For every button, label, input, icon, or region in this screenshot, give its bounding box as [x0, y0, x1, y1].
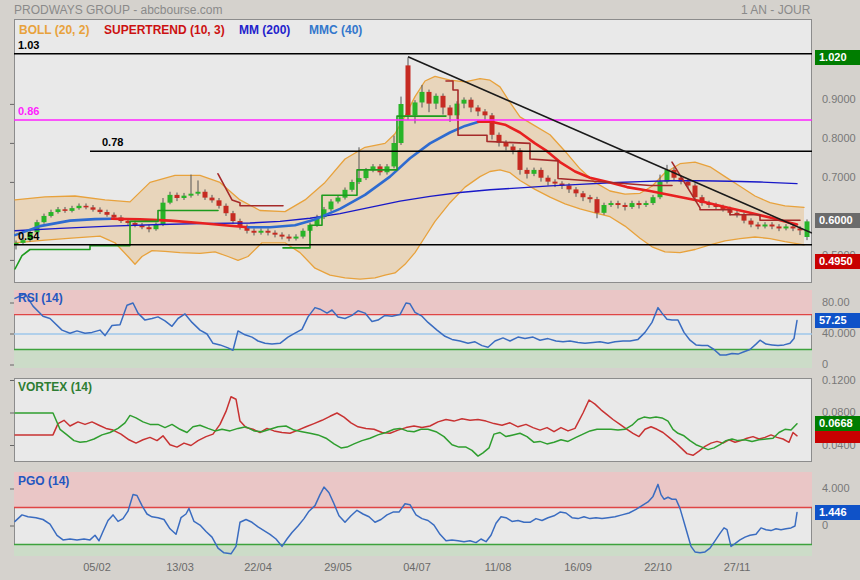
candle-body	[280, 235, 285, 237]
candle-body	[756, 225, 761, 227]
candle-body	[539, 170, 544, 178]
candle-body	[182, 196, 187, 198]
candle-body	[448, 108, 453, 116]
vortex-axis-badge: 0.0668	[815, 416, 860, 431]
level-label: 0.78	[102, 136, 123, 148]
candle-body	[546, 178, 551, 182]
candle-body	[532, 170, 537, 174]
date-tick: 16/09	[564, 561, 592, 573]
candle-body	[742, 215, 747, 221]
candle-body	[567, 186, 572, 190]
main-axis-badge: 1.020	[815, 50, 860, 65]
candle-body	[462, 100, 467, 104]
candle-body	[364, 170, 369, 178]
vortex-panel-label[interactable]: VORTEX (14)	[18, 380, 92, 394]
candle-body	[175, 195, 180, 198]
vtx-panel	[15, 379, 812, 462]
candle-body	[294, 237, 299, 239]
pgo-axis-badge: 1.446	[815, 505, 860, 520]
page-title: PRODWAYS GROUP - abcbourse.com	[14, 3, 223, 17]
pgo-oversold-zone	[14, 545, 812, 557]
candle-body	[259, 231, 264, 233]
candle-body	[63, 209, 68, 211]
candle-body	[217, 200, 222, 205]
candle-body	[112, 215, 117, 218]
candle-body	[553, 182, 558, 184]
date-tick: 29/05	[324, 561, 352, 573]
main-axis-badge: 0.6000	[815, 213, 860, 228]
level-label: 1.03	[18, 39, 39, 51]
candle-body	[644, 203, 649, 205]
candle-body	[84, 206, 89, 208]
candle-body	[511, 147, 516, 151]
candle-body	[203, 192, 208, 198]
candle-body	[518, 150, 523, 170]
candle-body	[168, 195, 173, 203]
date-tick: 22/04	[244, 561, 272, 573]
candle-body	[56, 209, 61, 212]
main-axis-badge: 0.4950	[815, 254, 860, 269]
pgo-panel-label[interactable]: PGO (14)	[18, 474, 69, 488]
rsi-axis-badge: 57.25	[815, 313, 860, 328]
legend-mm200[interactable]: MM (200)	[239, 23, 290, 37]
candle-body	[651, 197, 656, 203]
candle-body	[525, 170, 530, 174]
candle-body	[469, 100, 474, 108]
period-label[interactable]: 1 AN - JOUR	[741, 3, 810, 17]
date-tick: 11/08	[485, 561, 512, 573]
candle-body	[476, 108, 481, 112]
candle-body	[581, 193, 586, 197]
level-label: 0.86	[18, 105, 39, 117]
legend-mmc40[interactable]: MMC (40)	[309, 23, 362, 37]
main-axis-tick: 0.8000	[822, 132, 856, 144]
candle-body	[266, 231, 271, 233]
legend-supertrend[interactable]: SUPERTREND (10, 3)	[104, 23, 225, 37]
candle-body	[637, 203, 642, 205]
candle-body	[749, 221, 754, 225]
legend-boll[interactable]: BOLL (20, 2)	[19, 23, 89, 37]
date-tick: 13/03	[166, 561, 194, 573]
candle-body	[343, 190, 348, 198]
chart-canvas[interactable]	[0, 0, 860, 580]
candle-body	[399, 104, 404, 143]
candle-body	[574, 189, 579, 193]
candle-body	[70, 208, 75, 211]
candle-body	[189, 194, 194, 196]
date-tick: 04/07	[403, 561, 431, 573]
candle-body	[805, 221, 810, 237]
date-tick: 22/10	[644, 561, 672, 573]
rsi-axis-tick: 80.00	[822, 296, 850, 308]
date-tick: 27/11	[724, 561, 751, 573]
candle-body	[602, 205, 607, 213]
candle-body	[329, 202, 334, 210]
candle-body	[287, 237, 292, 239]
main-axis-tick: 0.9000	[822, 93, 856, 105]
candle-body	[490, 115, 495, 135]
rsi-oversold-zone	[14, 350, 812, 369]
level-label: 0.54	[18, 230, 39, 242]
candle-body	[623, 205, 628, 207]
candle-body	[791, 226, 796, 228]
candle-body	[196, 192, 201, 194]
rsi-panel-label[interactable]: RSI (14)	[18, 291, 63, 305]
candle-body	[301, 231, 306, 237]
rsi-axis-tick: 40.000	[822, 327, 856, 339]
candle-body	[91, 207, 96, 209]
candle-body	[210, 198, 215, 201]
date-tick: 05/02	[83, 561, 111, 573]
candle-body	[224, 206, 229, 213]
candle-body	[413, 102, 418, 115]
candle-body	[588, 197, 593, 199]
pgo-overbought-zone	[14, 472, 812, 508]
candle-body	[504, 143, 509, 147]
candle-body	[658, 182, 663, 198]
candle-body	[77, 206, 82, 208]
candle-body	[630, 203, 635, 207]
candle-body	[434, 96, 439, 104]
candle-body	[154, 225, 159, 229]
main-axis-tick: 0.7000	[822, 171, 856, 183]
pgo-axis-tick: 0	[822, 519, 828, 531]
rsi-overbought-zone	[14, 290, 812, 315]
candle-body	[336, 198, 341, 202]
candle-body	[616, 203, 621, 205]
